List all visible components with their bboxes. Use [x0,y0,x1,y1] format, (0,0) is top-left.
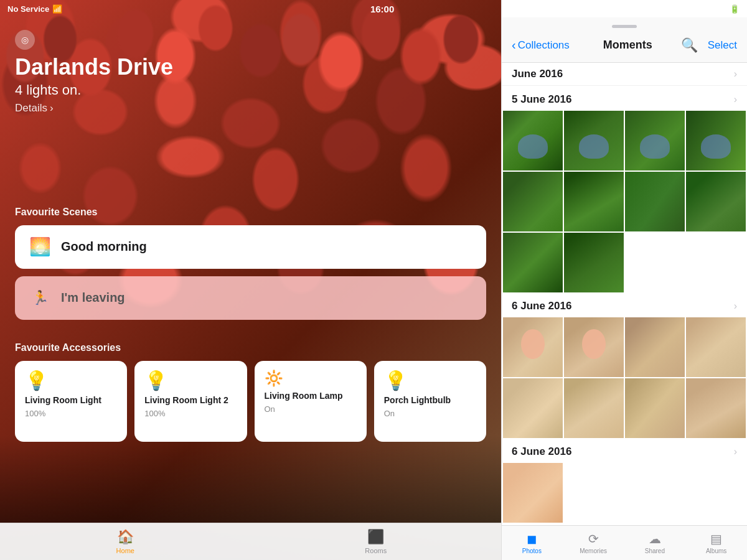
photos-back-button[interactable]: ‹ Collections [512,38,570,52]
home-subtitle: 4 lights on. [15,82,486,98]
photo-thumb [625,463,685,523]
june6b-photo-grid [502,463,747,523]
tab-rooms[interactable]: ⬛ Rooms [251,529,502,554]
photos-tab-photos-icon: ◼ [527,531,537,546]
albums-tab-label: Albums [706,548,726,554]
photos-title: Moments [580,39,676,52]
photo-thumb[interactable] [503,378,563,438]
home-panel: ◎ Darlands Drive 4 lights on. Details › … [0,0,501,560]
im-leaving-scene-card[interactable]: 🏃 I'm leaving [15,276,486,320]
location-header: ◎ Darlands Drive 4 lights on. Details › [15,30,486,114]
photo-thumb[interactable] [686,233,746,292]
june6a-date-text: 6 June 2016 [512,300,571,312]
living-room-lamp-card[interactable]: 🔆 Living Room Lamp On [255,361,367,442]
wifi-icon: 📶 [52,4,62,14]
rooms-tab-icon: ⬛ [367,529,384,545]
photo-thumb[interactable] [564,317,624,377]
photos-scroll-area[interactable]: June 2016 › 5 June 2016 › [502,63,747,536]
june6a-chevron-icon: › [734,301,737,312]
photo-thumb[interactable] [625,317,685,377]
battery-icon: 🔋 [730,4,740,14]
photo-thumb[interactable] [564,111,624,170]
photo-thumb[interactable] [503,111,563,170]
truncated-date-header[interactable]: June 2016 › [502,63,747,86]
photo-thumb[interactable] [564,378,624,438]
photos-tab-shared[interactable]: ☁ Shared [624,531,686,554]
im-leaving-label: I'm leaving [61,291,125,305]
photo-thumb[interactable] [503,317,563,377]
june5-date-text: 5 June 2016 [512,93,571,106]
good-morning-icon: 🌅 [27,236,52,257]
living-room-light2-icon: 💡 [144,370,237,391]
photos-tab-albums[interactable]: ▤ Albums [685,531,747,554]
truncated-date-text: June 2016 [512,68,563,80]
living-room-light-name: Living Room Light [25,395,117,406]
photo-thumb[interactable] [625,172,685,231]
photo-thumb[interactable] [686,378,746,438]
photo-thumb[interactable] [564,172,624,231]
living-room-lamp-status: On [265,404,357,414]
photos-nav-bar: ‹ Collections Moments 🔍 Select [502,28,747,63]
photo-thumb[interactable] [564,233,624,292]
status-bar: No Service 📶 16:00 ⬧ 93% 🔋 [0,0,747,17]
photo-thumb[interactable] [625,111,685,170]
date-section-june5: 5 June 2016 › [502,86,747,292]
photo-thumb[interactable] [503,233,563,292]
photos-search-button[interactable]: 🔍 [681,37,698,54]
living-room-lamp-icon: 🔆 [265,370,357,387]
status-bar-right: ⬧ 93% 🔋 [702,4,740,14]
home-tab-icon: 🏠 [117,529,134,545]
photo-thumb [564,463,624,523]
june5-chevron-icon: › [734,94,737,105]
photos-tab-memories[interactable]: ⟳ Memories [563,531,624,554]
good-morning-scene-card[interactable]: 🌅 Good morning [15,225,486,269]
june5-date-header[interactable]: 5 June 2016 › [502,86,747,111]
home-tab-label: Home [116,547,134,554]
tab-home[interactable]: 🏠 Home [0,529,251,554]
favourite-scenes-section: Favourite Scenes 🌅 Good morning 🏃 I'm le… [15,207,486,327]
favourite-accessories-section: Favourite Accessories 💡 Living Room Ligh… [15,342,486,442]
status-bar-left: No Service 📶 [7,4,62,14]
home-content: ◎ Darlands Drive 4 lights on. Details › … [0,17,501,560]
june6b-date-header[interactable]: 6 June 2016 › [502,438,747,463]
porch-lightbulb-card[interactable]: 💡 Porch Lightbulb On [374,361,486,442]
june6a-date-header[interactable]: 6 June 2016 › [502,292,747,317]
photo-thumb[interactable] [686,317,746,377]
albums-tab-icon: ▤ [710,531,722,546]
memories-tab-label: Memories [580,548,607,554]
home-details-link[interactable]: Details › [15,102,486,114]
june6a-photo-grid [502,317,747,438]
photos-tab-photos[interactable]: ◼ Photos [501,531,563,554]
living-room-light-card[interactable]: 💡 Living Room Light 100% [15,361,127,442]
bluetooth-icon: ⬧ [702,4,707,14]
im-leaving-icon: 🏃 [27,290,52,306]
photo-thumb[interactable] [686,172,746,231]
photo-thumb[interactable] [503,463,563,523]
details-arrow: › [50,102,54,114]
shared-tab-label: Shared [645,548,665,554]
living-room-light-status: 100% [25,409,117,418]
date-section-june6b: 6 June 2016 › [502,438,747,523]
photo-thumb[interactable] [686,111,746,170]
photo-thumb[interactable] [503,172,563,231]
favourite-accessories-label: Favourite Accessories [15,342,486,353]
truncated-chevron-icon: › [734,68,737,80]
rooms-tab-label: Rooms [365,547,387,554]
shared-tab-icon: ☁ [649,531,661,546]
photos-select-button[interactable]: Select [708,39,737,52]
good-morning-label: Good morning [61,240,147,254]
location-icon: ◎ [15,30,35,50]
no-service-indicator: No Service [7,4,49,14]
photos-panel: ‹ Collections Moments 🔍 Select June 2016… [501,0,747,560]
living-room-light-icon: 💡 [25,370,117,391]
back-label: Collections [518,39,570,52]
home-title: Darlands Drive [15,55,486,80]
photo-thumb [686,463,746,523]
date-section-june6a: 6 June 2016 › [502,292,747,438]
living-room-light2-name: Living Room Light 2 [144,395,237,406]
photo-thumb[interactable] [625,378,685,438]
photo-thumb[interactable] [625,233,685,292]
pull-handle-area [502,17,747,28]
june6b-chevron-icon: › [734,446,737,457]
living-room-light2-card[interactable]: 💡 Living Room Light 2 100% [134,361,247,442]
